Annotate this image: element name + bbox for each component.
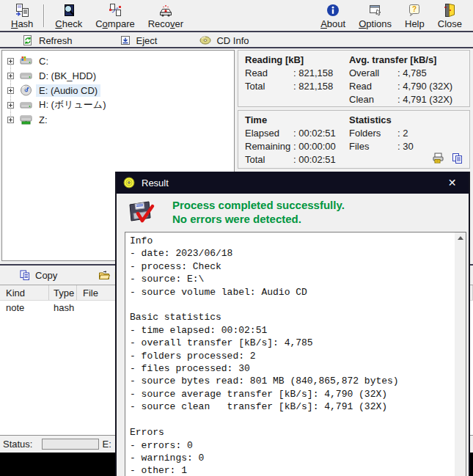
close-button[interactable]: Close (431, 1, 469, 30)
status-drive-text: E: (102, 439, 111, 450)
tree-item-drive-z[interactable]: Z: (2, 112, 234, 127)
column-header-type[interactable]: Type (49, 285, 77, 300)
stat-label: Overall (349, 67, 397, 81)
stat-value: : 2 (397, 128, 408, 141)
tree-item-label[interactable]: E: (Audio CD) (36, 84, 100, 97)
progress-bar (42, 439, 99, 450)
toolbar-separator (43, 4, 45, 27)
result-dialog: Result ✕ Process completed successfully.… (115, 172, 470, 476)
stat-value: : 4,790 (32X) (397, 81, 452, 94)
stat-value: : 821,158 (293, 67, 333, 81)
expand-toggle[interactable] (7, 87, 14, 94)
hash-button[interactable]: Hash (4, 1, 40, 30)
network-drive-icon (20, 114, 32, 125)
dialog-cd-icon (123, 177, 135, 188)
recover-icon (158, 3, 173, 18)
report-textarea[interactable]: Info - date: 2023/06/18 - process: Check… (125, 232, 466, 476)
audio-cd-icon (20, 84, 32, 96)
result-message-line1: Process completed successfully. (172, 198, 345, 212)
result-message-line2: No errors were detected. (172, 212, 345, 226)
hash-button-label: Hash (11, 18, 33, 29)
tree-item-drive-h[interactable]: H: (ボリューム) (2, 98, 234, 112)
avg-transfer-title: Avg. transfer [kB/s] (349, 54, 452, 67)
copy-button-label: Copy (35, 270, 57, 281)
eject-button-label: Eject (136, 35, 158, 46)
expand-toggle[interactable] (7, 117, 14, 123)
load-folder-icon (98, 270, 110, 281)
save-report-icon[interactable] (432, 153, 444, 164)
hdd-icon (20, 70, 32, 81)
help-icon: ? (407, 3, 422, 18)
hdd-icon (20, 99, 32, 111)
copy-icon (19, 270, 31, 281)
drive-toolbar: Refresh Eject CD Info (0, 34, 473, 48)
dialog-result-header: Process completed successfully. No error… (117, 194, 469, 232)
report-scrollbar[interactable] (455, 232, 466, 476)
toolbar-spacer (190, 1, 314, 30)
expand-toggle[interactable] (7, 58, 14, 65)
help-button-label: Help (405, 18, 425, 29)
stat-value: : 30 (397, 141, 414, 154)
options-icon (368, 3, 383, 18)
status-label: Status: (3, 439, 32, 450)
compare-button-label: Compare (95, 18, 134, 29)
time-title: Time (245, 114, 336, 128)
tree-item-drive-c[interactable]: C: (2, 54, 234, 68)
stat-label: Elapsed (245, 128, 293, 141)
tree-item-label[interactable]: Z: (36, 114, 51, 126)
copy-report-icon[interactable] (451, 153, 463, 164)
reading-title: Reading [kB] (245, 54, 333, 67)
disk-check-icon (128, 197, 155, 227)
stat-label: Folders (349, 128, 397, 141)
refresh-button[interactable]: Refresh (18, 33, 77, 48)
compare-button[interactable]: Compare (89, 1, 141, 30)
recover-button-label: Recover (148, 18, 183, 29)
check-button[interactable]: Check (48, 1, 89, 30)
about-icon (326, 3, 340, 18)
stat-label: Total (245, 81, 293, 94)
help-button[interactable]: ? Help (398, 1, 431, 30)
screen: Hash Check Compare Recover About (0, 0, 473, 476)
tree-item-label[interactable]: H: (ボリューム) (36, 98, 109, 112)
scroll-up-button[interactable] (455, 232, 466, 244)
eject-icon (120, 34, 131, 46)
dialog-title: Result (142, 177, 169, 188)
tree-item-label[interactable]: C: (36, 55, 51, 67)
tree-item-label[interactable]: D: (BK_HDD) (36, 70, 99, 82)
stat-label: Files (349, 141, 397, 154)
stat-value: : 4,785 (397, 67, 427, 81)
check-button-label: Check (55, 18, 82, 29)
stat-value: : 821,158 (293, 81, 333, 94)
statistics-title: Statistics (349, 114, 414, 128)
about-button[interactable]: About (314, 1, 352, 30)
report-text[interactable]: Info - date: 2023/06/18 - process: Check… (125, 232, 455, 476)
about-button-label: About (320, 18, 345, 29)
tree-item-drive-e-audio-cd[interactable]: E: (Audio CD) (2, 83, 234, 98)
close-icon (442, 3, 457, 18)
dialog-titlebar[interactable]: Result ✕ (117, 172, 469, 194)
stat-label: Read (245, 67, 293, 81)
stat-label: Clean (349, 94, 397, 107)
scroll-up-icon (458, 236, 463, 240)
dialog-close-button[interactable]: ✕ (436, 172, 469, 194)
stat-label: Total (245, 154, 293, 167)
reading-stats-panel: Reading [kB] Read: 821,158 Total: 821,15… (238, 50, 470, 107)
svg-text:?: ? (412, 5, 417, 13)
system-drive-icon (20, 55, 32, 67)
expand-toggle[interactable] (7, 73, 14, 79)
compare-icon (108, 3, 122, 18)
copy-button[interactable]: Copy (16, 268, 60, 282)
expand-toggle[interactable] (7, 102, 14, 109)
cell-type: hash (49, 301, 77, 315)
options-button[interactable]: Options (352, 1, 398, 30)
refresh-button-label: Refresh (39, 35, 73, 46)
recover-button[interactable]: Recover (142, 1, 190, 30)
tree-item-drive-d[interactable]: D: (BK_HDD) (2, 68, 234, 83)
time-stats-panel: Time Elapsed: 00:02:51 Remaining: 00:00:… (238, 110, 470, 169)
cd-info-button[interactable]: CD Info (195, 33, 253, 48)
stat-value: : 00:02:51 (293, 128, 336, 141)
column-header-kind[interactable]: Kind (0, 285, 49, 300)
cd-info-icon (199, 34, 211, 46)
eject-button[interactable]: Eject (115, 33, 162, 48)
cell-kind: note (0, 301, 49, 315)
